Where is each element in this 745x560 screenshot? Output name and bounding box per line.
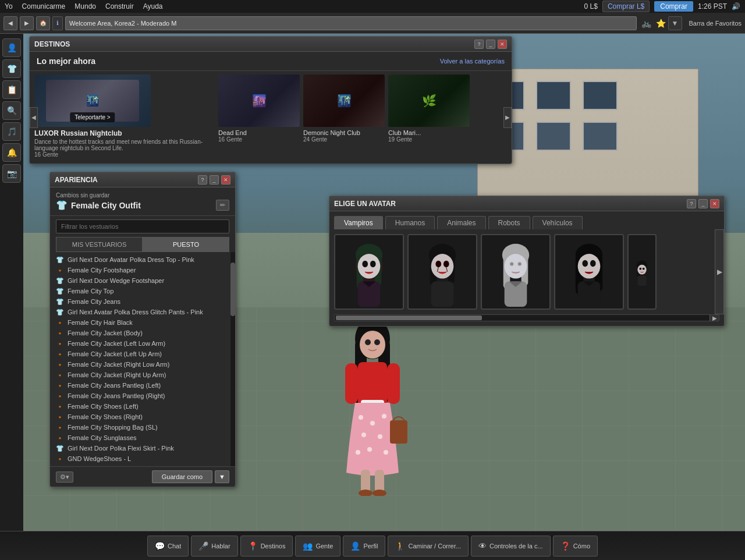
destinos-minimize-btn[interactable]: _ <box>486 40 495 49</box>
gear-settings-button[interactable]: ⚙▾ <box>56 472 73 483</box>
tab-animales[interactable]: Animales <box>437 216 485 229</box>
tab-mis-vestuarios[interactable]: MIS VESTUARIOS <box>56 237 143 252</box>
home-button[interactable]: 🏠 <box>36 16 50 30</box>
world-avatar <box>329 310 416 484</box>
menu-ayuda[interactable]: Ayuda <box>143 2 163 10</box>
wardrobe-item[interactable]: ● Female City Shopping Bag (SL) <box>50 422 235 433</box>
place-card-demonic[interactable]: 🌃 Demonic Night Club 24 Gente <box>303 75 385 160</box>
destinos-help-btn[interactable]: ? <box>474 40 484 49</box>
sidebar-clothing-icon[interactable]: 👕 <box>2 59 21 78</box>
wardrobe-item[interactable]: 👕 Girl Next Door Polka Flexi Skirt - Pin… <box>50 443 235 453</box>
people-button[interactable]: 👥 Gente <box>295 536 340 557</box>
wardrobe-item[interactable]: ● Female City Jeans Pantleg (Right) <box>50 391 235 401</box>
camera-controls-button[interactable]: 👁 Controles de la c... <box>471 536 551 557</box>
menu-construir[interactable]: Construir <box>105 2 134 10</box>
sidebar-inventory-icon[interactable]: 📋 <box>2 80 21 99</box>
avatar-right-scroll-arrow[interactable]: ▶ <box>715 229 724 314</box>
avatar-grid: ▶ <box>329 229 724 314</box>
edit-outfit-button[interactable]: ✏ <box>216 200 229 211</box>
avatar-card-5[interactable] <box>627 234 657 310</box>
destinos-left-arrow[interactable]: ◀ <box>30 107 38 128</box>
wardrobe-item[interactable]: ● GND WedgeShoes - L <box>50 453 235 464</box>
wardrobe-item[interactable]: 👕 Female City Jeans <box>50 296 235 307</box>
tab-robots[interactable]: Robots <box>488 216 530 229</box>
place-card-dead-end[interactable]: 🌆 Dead End 16 Gente <box>218 75 300 160</box>
wardrobe-item[interactable]: 👕 Girl Next Avatar Polka Dress Glitch Pa… <box>50 307 235 317</box>
save-dropdown-button[interactable]: ▼ <box>215 470 229 483</box>
apariencia-titlebar: APARIENCIA ? _ ✕ <box>50 172 235 187</box>
item-dot-icon: ● <box>56 392 64 400</box>
place-card-club-mari[interactable]: 🌿 Club Mari... 19 Gente <box>388 75 470 160</box>
people-label: Gente <box>315 543 333 550</box>
save-as-button[interactable]: Guardar como <box>152 470 212 483</box>
wardrobe-item[interactable]: ● Female City Jeans Pantleg (Left) <box>50 380 235 391</box>
balance-display: 0 L$ <box>584 2 598 10</box>
sidebar-notifications-icon[interactable]: 🔔 <box>2 143 21 162</box>
sidebar-music-icon[interactable]: 🎵 <box>2 122 21 141</box>
wardrobe-search-input[interactable] <box>56 219 229 233</box>
buy-button[interactable]: Comprar <box>654 1 693 12</box>
wardrobe-item[interactable]: ● Female City Footshaper <box>50 265 235 275</box>
wardrobe-item[interactable]: ● Female City Jacket (Right Low Arm) <box>50 359 235 370</box>
wardrobe-item[interactable]: ● Female City Shoes (Right) <box>50 412 235 422</box>
svg-point-17 <box>384 450 388 455</box>
sidebar-avatar-icon[interactable]: 👤 <box>2 38 21 57</box>
avatar-card-2[interactable] <box>407 234 477 310</box>
address-bar[interactable] <box>65 16 637 30</box>
item-dot-icon: ● <box>56 266 64 274</box>
help-button[interactable]: ❓ Cómo <box>553 536 598 557</box>
back-button[interactable]: ◀ <box>3 16 17 30</box>
sound-icon[interactable]: 🔊 <box>732 2 740 10</box>
sidebar-camera-icon[interactable]: 📷 <box>2 164 21 183</box>
sidebar-search-icon[interactable]: 🔍 <box>2 101 21 120</box>
wardrobe-item[interactable]: 👕 Girl Next Door Avatar Polka Dress Top … <box>50 254 235 265</box>
tab-vehiculos[interactable]: Vehículos <box>533 216 583 229</box>
apariencia-minimize-btn[interactable]: _ <box>210 175 219 185</box>
avatar-card-1[interactable] <box>334 234 404 310</box>
avatar-card-3[interactable] <box>481 234 551 310</box>
menu-mundo[interactable]: Mundo <box>74 2 96 10</box>
wardrobe-item[interactable]: ● Female City Sunglasses <box>50 433 235 443</box>
avatar-close-btn[interactable]: ✕ <box>710 199 719 208</box>
wardrobe-item[interactable]: ● Female City Shoes (Left) <box>50 401 235 412</box>
destinos-right-arrow[interactable]: ▶ <box>503 107 512 128</box>
destinations-button[interactable]: 📍 Destinos <box>240 536 293 557</box>
place-dead-end-name: Dead End <box>218 129 300 136</box>
destinos-controls: ? _ ✕ <box>474 40 507 49</box>
avatar-minimize-btn[interactable]: _ <box>698 199 708 208</box>
avatar-help-btn[interactable]: ? <box>687 199 696 208</box>
wardrobe-item[interactable]: 👕 Girl Next Door Wedge Footshaper <box>50 275 235 286</box>
avatar-scrollbar-thumb[interactable] <box>336 316 482 320</box>
item-shirt-icon: 👕 <box>56 308 64 316</box>
wardrobe-item[interactable]: ● Female City Jacket (Left Up Arm) <box>50 349 235 359</box>
apariencia-close-btn[interactable]: ✕ <box>221 175 230 185</box>
scroll-thumb[interactable] <box>230 263 235 316</box>
destinos-close-btn[interactable]: ✕ <box>498 40 507 49</box>
tab-humanos[interactable]: Humanos <box>385 216 435 229</box>
help-label: Cómo <box>573 543 590 550</box>
apariencia-help-btn[interactable]: ? <box>198 175 207 185</box>
chat-button[interactable]: 💬 Chat <box>147 536 189 557</box>
tab-puesto[interactable]: PUESTO <box>143 237 229 252</box>
destinos-back-link[interactable]: Volver a las categorías <box>440 58 505 65</box>
item-shirt-icon: 👕 <box>56 256 64 264</box>
wardrobe-item[interactable]: ● Female City Hair Black <box>50 317 235 328</box>
talk-button[interactable]: 🎤 Hablar <box>191 536 237 557</box>
avatar-titlebar: ELIGE UN AVATAR ? _ ✕ <box>329 196 724 211</box>
tab-vampiros[interactable]: Vampiros <box>334 216 383 229</box>
walk-run-button[interactable]: 🚶 Caminar / Correr... <box>388 536 468 557</box>
destinos-main-card[interactable]: 🌃 Teleportarte > LUXOR Russian Nightclub… <box>34 75 215 160</box>
profile-button[interactable]: 👤 Perfil <box>343 536 385 557</box>
menu-comunicarme[interactable]: Comunicarme <box>22 2 66 10</box>
scrollbar-right-arrow[interactable]: ▶ <box>709 315 719 321</box>
wardrobe-item[interactable]: ● Female City Jacket (Left Low Arm) <box>50 338 235 349</box>
wardrobe-item[interactable]: ● Female City Jacket (Right Up Arm) <box>50 370 235 380</box>
avatar-card-4[interactable] <box>554 234 624 310</box>
teleport-button[interactable]: Teleportarte > <box>70 112 115 122</box>
forward-button[interactable]: ▶ <box>20 16 34 30</box>
menu-yo[interactable]: Yo <box>5 2 13 10</box>
buy-currency-link[interactable]: Comprar L$ <box>602 1 650 12</box>
avatar-scrollbar[interactable]: ▶ <box>334 314 719 321</box>
wardrobe-item[interactable]: ● Female City Jacket (Body) <box>50 328 235 338</box>
wardrobe-item[interactable]: 👕 Female City Top <box>50 286 235 296</box>
